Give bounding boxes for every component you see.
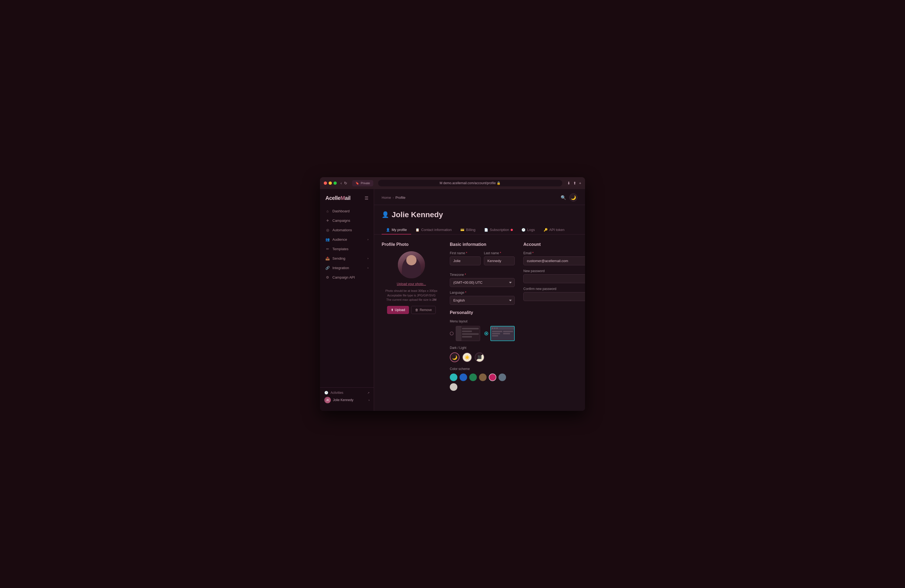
theme-dark-button[interactable]: 🌙 [450,353,459,362]
color-swatch-green[interactable] [469,373,477,381]
upload-button[interactable]: ⬆ Upload [387,306,409,314]
sidebar-item-label: Automations [332,228,352,232]
personality-section: Personality Menu layout [450,310,515,391]
tab-label: Private [361,181,370,185]
subscription-tab-icon: 📄 [484,228,488,232]
name-row: First name * Last name * [450,251,515,269]
preview-content [462,328,479,337]
tab-api-token[interactable]: 🔑 API token [539,226,569,235]
preview-dot [492,327,493,329]
sidebar-item-automations[interactable]: ◎ Automations [322,226,372,235]
close-button[interactable] [324,181,327,185]
sidebar-item-label: Templates [332,247,348,251]
remove-button[interactable]: 🗑 Remove [411,306,436,314]
tab-label: My profile [392,228,407,232]
new-password-label: New password [523,269,585,273]
upload-photo-link[interactable]: Upload your photo... [397,282,426,286]
required-marker: * [465,291,466,294]
color-swatch-crimson[interactable] [489,373,496,381]
theme-options: 🌙 ☀️ ⬛ [450,353,515,362]
confirm-password-group: Confirm new password [523,287,585,301]
breadcrumb-home[interactable]: Home [382,195,391,200]
tab-label: API token [549,228,564,232]
hint-text: Acceptable file type is JPG/GIF/SVG [387,294,436,297]
preview-sidebar-bar [456,326,461,341]
photo-buttons: ⬆ Upload 🗑 Remove [387,306,436,314]
maximize-button[interactable] [333,181,337,185]
color-swatch-blue[interactable] [459,373,467,381]
tab-billing[interactable]: 💳 Billing [456,226,480,235]
templates-icon: ✏ [325,247,330,251]
profile-photo-container: Upload your photo... Photo should be at … [382,251,441,314]
avatar-wrapper [398,251,425,278]
first-name-input[interactable] [450,256,481,265]
chevron-right-icon: › [368,238,368,241]
menu-layout-label: Menu layout [450,319,515,323]
last-name-input[interactable] [484,256,515,265]
first-name-group: First name * [450,251,481,265]
preview-dot [494,327,495,329]
sidebar-item-dashboard[interactable]: ⌂ Dashboard [322,207,372,216]
integration-icon: 🔗 [325,266,330,270]
upload-button-label: Upload [395,308,405,312]
timezone-select[interactable]: (GMT+00:00) UTC [450,278,515,287]
download-icon[interactable]: ⬇ [567,181,570,185]
sidebar-item-audience[interactable]: 👥 Audience › [322,235,372,244]
theme-auto-button[interactable]: ⬛ [475,353,484,362]
timezone-group: Timezone * (GMT+00:00) UTC [450,273,515,287]
first-name-label: First name * [450,251,481,255]
minimize-button[interactable] [329,181,332,185]
hint-text: The current max upload file size is [386,298,432,301]
avatar-head [406,255,416,265]
new-password-input[interactable] [523,274,585,283]
color-options [450,373,515,391]
color-swatch-brown[interactable] [479,373,487,381]
logo: AcelleMail [325,195,351,201]
theme-light-button[interactable]: ☀️ [462,353,472,362]
tab-contact-information[interactable]: 📋 Contact information [411,226,456,235]
dark-mode-toggle[interactable]: 🌙 [569,193,578,202]
sidebar: AcelleMail ☰ ⌂ Dashboard ✈ Campaigns ◎ A… [320,189,374,411]
layout-option-sidebar[interactable] [450,326,480,341]
tab-subscription[interactable]: 📄 Subscription [480,226,518,235]
sidebar-item-label: Sending [332,256,345,261]
sidebar-item-label: Dashboard [332,209,350,213]
tab-logs[interactable]: 🕐 Logs [517,226,539,235]
email-label: Email * [523,251,585,255]
sidebar-item-campaign-api[interactable]: ⚙ Campaign API [322,273,372,282]
language-select[interactable]: English [450,296,515,305]
share-icon[interactable]: ⬆ [573,181,576,185]
tab-my-profile[interactable]: 👤 My profile [382,226,411,235]
color-swatch-gray[interactable] [499,373,506,381]
color-swatch-white[interactable] [450,383,457,391]
sidebar-item-templates[interactable]: ✏ Templates [322,245,372,253]
url-bar[interactable]: M demo.acellemail.com/account/profile 🔒 [378,180,562,186]
campaigns-icon: ✈ [325,219,330,222]
menu-toggle-icon[interactable]: ☰ [365,195,368,201]
browser-tab[interactable]: 🔖 Private [352,180,373,186]
preview-col [503,331,513,337]
preview-topbar [491,326,514,330]
remove-button-label: Remove [420,308,432,312]
layout-options [450,326,515,341]
search-icon[interactable]: 🔍 [561,195,566,200]
sidebar-activities[interactable]: 🕐 Activities ↗ [324,391,370,395]
new-tab-icon[interactable]: + [579,181,581,185]
chevron-right-icon: › [368,399,370,402]
nav-refresh-button[interactable]: ↻ [344,181,347,185]
required-marker: * [500,251,501,255]
sidebar-item-campaigns[interactable]: ✈ Campaigns [322,216,372,225]
sidebar-item-sending[interactable]: 📤 Sending › [322,254,372,263]
confirm-password-input[interactable] [523,292,585,301]
preview-bar [462,336,472,337]
nav-back-button[interactable]: ‹ [341,181,342,185]
email-input[interactable] [523,256,585,265]
layout-option-topbar[interactable] [484,326,515,341]
color-swatch-teal[interactable] [450,373,457,381]
layout-radio-sidebar[interactable] [450,332,454,335]
sidebar-user[interactable]: JK Jolie Kennedy › [324,397,370,403]
language-label: Language * [450,291,515,294]
tab-label: Contact information [421,228,452,232]
sidebar-item-integration[interactable]: 🔗 Integration › [322,264,372,272]
layout-radio-topbar[interactable] [484,332,488,335]
